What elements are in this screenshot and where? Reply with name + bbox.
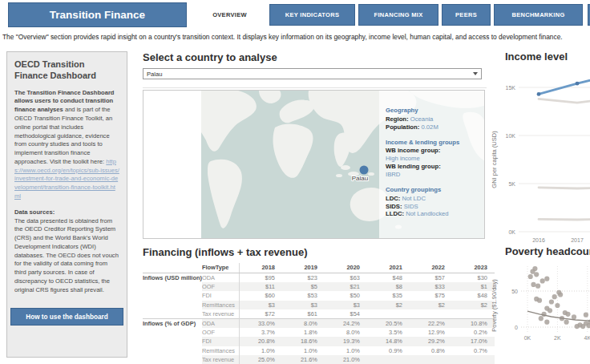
svg-text:2K: 2K [554, 335, 561, 341]
world-map[interactable]: Palau Geography Region: Oceania Populati… [143, 90, 485, 239]
svg-text:15K: 15K [506, 85, 516, 91]
value-cell: 21.6% [282, 355, 325, 364]
country-dropdown[interactable]: Palau [143, 68, 482, 79]
value-cell: $54 [325, 309, 367, 319]
flow-type-cell: ODA [202, 273, 240, 283]
value-cell: $48 [367, 273, 410, 283]
value-cell: $57 [410, 273, 452, 283]
flow-type-cell: Tax revenue [202, 309, 240, 319]
svg-text:GNI per capita (USD): GNI per capita (USD) [491, 131, 498, 188]
sidebar-title: OECD Transition Finance Dashboard [14, 59, 119, 82]
value-cell: 0.7% [452, 346, 495, 355]
tab-overview[interactable]: OVERVIEW [192, 4, 267, 26]
dashboard: Transition Finance OVERVIEW KEY INDICATO… [0, 0, 590, 364]
value-cell: 8.0% [282, 319, 325, 329]
tab-benchmarking[interactable]: BENCHMARKING [494, 4, 583, 26]
value-cell [410, 355, 452, 364]
value-cell: 0.8% [410, 346, 452, 355]
financing-table-title: Financing (inflows + tax revenue) [143, 246, 308, 258]
flow-type-cell: FDI [202, 291, 240, 300]
value-cell: $2 [452, 301, 495, 309]
svg-text:2017: 2017 [571, 237, 584, 243]
value-cell: $2 [367, 301, 410, 309]
value-cell: $11 [240, 282, 282, 291]
value-cell: 1.0% [240, 346, 282, 355]
value-cell: 18.6% [282, 337, 325, 346]
value-cell [367, 309, 410, 319]
income-chart-title: Income level [505, 51, 568, 63]
ldc-value: Not LDC [402, 195, 426, 202]
value-cell: 3.5% [367, 328, 410, 337]
palau-marker[interactable] [360, 166, 369, 175]
lldc-value: Not Landlocked [406, 210, 448, 217]
value-cell: $3 [325, 301, 367, 309]
country-groupings-heading: Country groupings [386, 186, 483, 194]
svg-text:0K: 0K [524, 335, 531, 341]
value-cell: $60 [240, 291, 282, 300]
value-cell: 29.2% [410, 337, 452, 346]
svg-text:0: 0 [515, 325, 518, 330]
data-sources-text: The data presented is obtained from the … [14, 217, 119, 293]
map-marker-label: Palau [352, 175, 368, 182]
chevron-down-icon [473, 72, 478, 75]
value-cell: 20.5% [367, 319, 410, 329]
column-header: 2020 [325, 263, 367, 273]
financing-table: FlowType201820192020202120222023 Inflows… [143, 263, 495, 364]
table-row: Inflows (USD million)ODA$95$23$63$48$57$… [143, 273, 495, 283]
value-cell [410, 309, 452, 319]
row-group-label: Inflows (USD million) [143, 273, 202, 319]
value-cell: 1.0% [282, 346, 325, 355]
value-cell: 12.9% [410, 328, 452, 337]
value-cell: 19.3% [325, 337, 367, 346]
value-cell: $61 [282, 309, 325, 319]
region-label: Region: [386, 115, 409, 123]
value-cell: $48 [452, 291, 495, 300]
value-cell: 0.2% [452, 328, 495, 337]
value-cell: $72 [240, 309, 282, 319]
flow-type-cell: ODA [202, 319, 240, 329]
value-cell: $5 [282, 282, 325, 291]
column-header: 2022 [410, 263, 452, 273]
app-title: Transition Finance [8, 2, 187, 27]
income-chart[interactable]: 0K5K10K15K20162017GNI per capita (USD) [489, 67, 590, 245]
svg-text:0K: 0K [508, 229, 515, 235]
value-cell: 14.8% [367, 337, 410, 346]
sids-value: SIDS [404, 203, 418, 210]
flow-type-cell: OOF [202, 282, 240, 291]
value-cell: $30 [452, 273, 495, 283]
column-header: 2021 [367, 263, 410, 273]
country-dropdown-value: Palau [147, 71, 162, 78]
tab-peers[interactable]: PEERS [442, 4, 491, 26]
flow-type-cell: Remittances [202, 301, 240, 309]
tab-financing-mix[interactable]: FINANCING MIX [358, 4, 438, 26]
value-cell: $75 [410, 291, 452, 300]
row-group-label: Inflows (% of GDP) [143, 319, 202, 364]
flow-type-cell: FDI [202, 337, 240, 346]
income-groups-heading: Income & lending groups [386, 139, 483, 147]
value-cell: 25.0% [240, 355, 282, 364]
svg-text:10K: 10K [506, 133, 516, 139]
value-cell: $33 [410, 282, 452, 291]
overview-description: The "Overview" section provides rapid in… [2, 33, 590, 41]
how-to-use-button[interactable]: How to use the dashboard [10, 308, 123, 326]
poverty-chart[interactable]: 0K2K4K050Poverty ($1.90/day) [489, 261, 590, 364]
value-cell: $21 [325, 282, 367, 291]
value-cell [452, 355, 495, 364]
value-cell: $53 [282, 291, 325, 300]
value-cell: 3.7% [240, 328, 282, 337]
tab-key-indicators[interactable]: KEY INDICATORS [269, 4, 355, 26]
column-header: 2019 [282, 263, 325, 273]
sids-label: SIDS: [386, 203, 402, 210]
flow-type-cell: OOF [202, 328, 240, 337]
data-sources-heading: Data sources: [14, 208, 55, 216]
lldc-label: LLDC: [386, 210, 404, 217]
svg-text:2016: 2016 [532, 237, 545, 243]
value-cell: 8.0% [325, 328, 367, 337]
geography-heading: Geography [386, 107, 483, 115]
value-cell: 20.8% [240, 337, 282, 346]
svg-text:Poverty ($1.90/day): Poverty ($1.90/day) [491, 279, 498, 332]
column-header: 2023 [452, 263, 495, 273]
value-cell [452, 309, 495, 319]
column-header: 2018 [240, 263, 282, 273]
value-cell: 0.9% [367, 346, 410, 355]
